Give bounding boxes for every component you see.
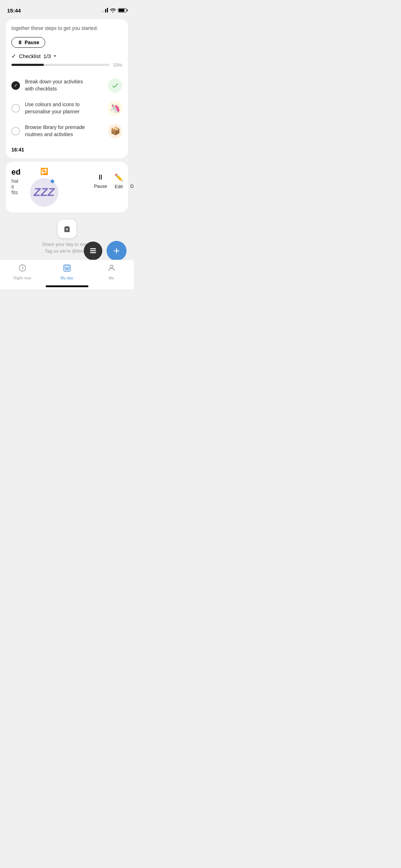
sleep-card-left: ed hat it fits [11,167,24,207]
item-badge-2: 🦄 [108,101,122,115]
edit-action-icon: ✏️ [114,173,123,182]
checklist-item-1-left: ✓ Break down your activitieswith checkli… [11,78,83,92]
me-icon [107,264,116,274]
checklist-label: Checklist [19,53,41,59]
checklist-card: together these steps to get you started.… [6,19,128,158]
checklist-item-3-text: Browse library for premaderoutines and a… [25,124,85,138]
progress-fill [11,64,44,66]
share-upload-button[interactable] [58,219,76,238]
repeat-icon[interactable]: 🔁 [40,167,48,175]
my-day-icon [63,264,71,274]
edit-action-button[interactable]: ✏️ Edit [114,173,123,189]
progress-percent: 33% [113,62,122,68]
chevron-down-icon[interactable]: ▾ [54,53,56,58]
tab-right-now-label: Right now [14,276,31,280]
share-text-line2: Tag us we're @tiimoa [45,248,89,254]
svg-point-7 [66,269,67,269]
delete-action-icon: 🗑 [133,173,134,181]
sleep-card: ed hat it fits 🔁 ZZZ ⏸ Pause [6,162,128,212]
progress-bar: 33% [11,62,122,68]
tab-bar: Right now My day [0,260,134,289]
fab-add-button[interactable]: + [107,241,127,261]
checklist-item-2-left: Use colours and icons topersonalise your… [11,101,79,115]
svg-point-6 [65,269,66,269]
item-badge-3: 📦 [108,124,122,138]
sleep-card-title: ed [11,167,21,177]
tab-my-day[interactable]: My day [45,264,89,280]
svg-rect-1 [90,250,96,251]
check-circle-3 [11,127,20,135]
check-circle-1: ✓ [11,81,20,90]
svg-point-8 [68,269,68,269]
progress-track [11,64,109,66]
sleep-zzz: ZZZ [34,186,55,199]
sleep-circle: ZZZ [30,178,58,207]
checklist-progress: 1/3 [43,53,51,59]
svg-point-9 [110,265,113,268]
checklist-item-2[interactable]: Use colours and icons topersonalise your… [11,97,122,120]
pause-action-icon: ⏸ [97,173,104,181]
status-icons [102,8,127,12]
sleep-activity-dot [51,180,54,183]
edit-action-label: Edit [115,184,123,189]
svg-rect-0 [90,248,96,249]
wifi-icon [110,8,116,12]
pause-button[interactable]: ⏸ Pause [11,37,45,48]
signal-icon [102,8,108,12]
svg-rect-4 [64,265,70,271]
tab-me[interactable]: Me [89,264,134,280]
checklist-header: ✓ Checklist 1/3 ▾ [11,53,122,60]
pause-label: Pause [25,40,39,45]
fab-secondary-button[interactable] [84,242,102,260]
tab-right-now[interactable]: Right now [0,264,45,280]
fab-row: + [84,241,127,261]
right-now-icon [18,264,27,274]
status-time: 15:44 [7,7,21,14]
check-icon: ✓ [11,53,16,60]
pause-action-label: Pause [94,184,107,189]
svg-rect-2 [90,252,96,253]
sleep-card-subtitle: hat it fits [11,178,21,195]
checklist-item-3-left: Browse library for premaderoutines and a… [11,124,85,138]
delete-action-label: Delete [130,184,134,189]
sleep-card-inner: ed hat it fits 🔁 ZZZ [11,167,58,207]
tab-my-day-label: My day [61,276,73,280]
pause-icon: ⏸ [17,40,22,45]
item-badge-1 [108,78,122,93]
card-intro-text: together these steps to get you started. [11,25,122,32]
checklist-item-1[interactable]: ✓ Break down your activitieswith checkli… [11,74,122,97]
card1-time: 16:41 [11,147,122,153]
delete-action-button[interactable]: 🗑 Delete [130,173,134,189]
checklist-item-2-text: Use colours and icons topersonalise your… [25,101,79,115]
sleep-icon-container: ZZZ [30,178,58,207]
pause-action-button[interactable]: ⏸ Pause [94,173,107,189]
fab-area: + [84,241,127,261]
checklist-item-1-text: Break down your activitieswith checklist… [25,78,83,92]
check-circle-2 [11,104,20,113]
home-indicator [46,285,88,287]
status-bar: 15:44 [0,0,134,16]
checklist-item-3[interactable]: Browse library for premaderoutines and a… [11,120,122,143]
action-buttons: ⏸ Pause ✏️ Edit 🗑 Delete [58,173,134,189]
tab-me-label: Me [109,276,114,280]
battery-icon [118,8,127,12]
